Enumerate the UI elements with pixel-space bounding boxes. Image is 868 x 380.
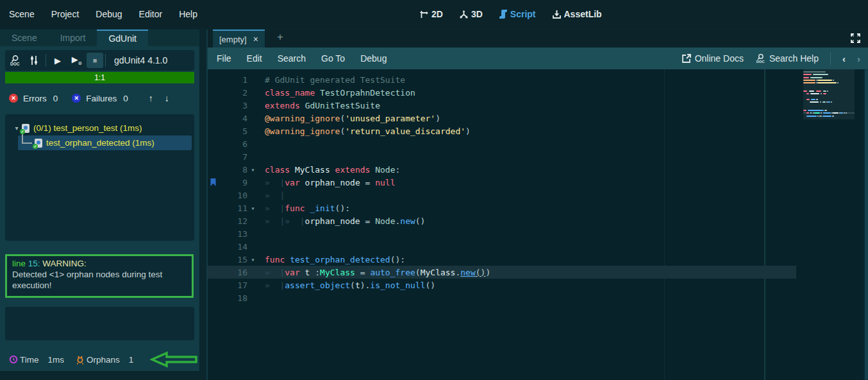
add-tab-button[interactable]: + — [277, 31, 283, 44]
doc-search-button[interactable]: DOC — [5, 51, 24, 69]
history-forward-button[interactable]: › — [857, 53, 860, 64]
doc-search-icon: DOC — [9, 55, 21, 66]
script-tab-bar: [empty] × + — [208, 30, 868, 48]
code-line[interactable]: 16»|var t :MyClass = auto_free(MyClass.n… — [208, 266, 796, 279]
code-line[interactable]: 17»|assert_object(t).is_not_null() — [208, 279, 796, 291]
indent-marker: »| — [265, 216, 285, 226]
line-number: 14 — [218, 242, 247, 252]
warning-line-label: line — [12, 259, 26, 268]
script-tab-empty[interactable]: [empty] × — [213, 30, 265, 48]
settings-sliders-button[interactable] — [24, 51, 44, 69]
code-text: @warning_ignore('return_value_discarded'… — [265, 126, 471, 136]
line-number: 11 — [218, 203, 247, 213]
code-text: »|»|orphan_node = Node.new() — [265, 216, 425, 226]
online-docs-label: Online Docs — [695, 53, 744, 64]
script-menu-search[interactable]: Search — [278, 53, 306, 64]
menu-debug[interactable]: Debug — [96, 9, 122, 19]
menu-editor[interactable]: Editor — [139, 9, 163, 19]
fold-arrow-icon[interactable]: ▾ — [247, 256, 258, 263]
fold-arrow-icon[interactable]: ▾ — [247, 166, 258, 173]
code-line[interactable]: 4@warning_ignore('unused_parameter') — [208, 112, 796, 125]
minimap[interactable] — [803, 69, 855, 380]
mode-assetlib-button[interactable]: AssetLib — [553, 9, 602, 19]
next-failure-button[interactable]: ↓ — [165, 93, 169, 103]
line-number: 3 — [218, 101, 247, 110]
menu-project[interactable]: Project — [51, 9, 79, 19]
warning-report-box[interactable]: line 15: WARNING: Detected <1> orphan no… — [5, 254, 194, 298]
dock-tab-scene[interactable]: Scene — [0, 30, 49, 46]
script-icon — [499, 10, 507, 19]
dock-tab-import[interactable]: Import — [49, 30, 97, 46]
failures-count: 0 — [123, 94, 128, 103]
test-suite-row[interactable]: ▾ ✓ (0/1) test_person_test (1ms) — [5, 121, 194, 135]
toolbar-separator — [105, 54, 106, 67]
script-menu-debug[interactable]: Debug — [360, 53, 387, 64]
test-script-icon: ✓ — [35, 139, 42, 148]
close-icon[interactable]: × — [253, 34, 258, 44]
line-number: 5 — [218, 126, 247, 136]
code-text: »| — [265, 191, 285, 200]
svg-text:DOC: DOC — [10, 62, 20, 66]
prev-failure-button[interactable]: ↑ — [149, 93, 153, 103]
fold-arrow-icon[interactable]: ▾ — [247, 205, 258, 212]
line-number: 4 — [218, 114, 247, 123]
code-line[interactable]: 15▾func test_orphan_detected(): — [208, 253, 796, 266]
mode-3d-button[interactable]: 3D — [460, 9, 483, 19]
code-line[interactable]: 10»| — [208, 189, 796, 202]
svg-text:DOC: DOC — [756, 60, 765, 64]
menu-help[interactable]: Help — [179, 9, 197, 19]
failures-icon: ✕ — [72, 94, 81, 103]
code-line[interactable]: 2class_name TestOrpahnDetection — [208, 86, 796, 99]
expand-fullscreen-button[interactable] — [851, 33, 860, 46]
debug-tests-button[interactable]: ▶⚙ — [67, 51, 87, 69]
code-text: class MyClass extends Node: — [265, 165, 400, 175]
code-view[interactable]: 1# GdUnit generated TestSuite2class_name… — [208, 69, 868, 380]
script-menu-goto[interactable]: Go To — [321, 53, 345, 64]
orphans-value: 1 — [129, 355, 134, 365]
code-line[interactable]: 9»|var orphan_node = null — [208, 176, 796, 189]
search-help-button[interactable]: DOC Search Help — [755, 53, 819, 64]
menu-scene[interactable]: Scene — [9, 9, 35, 19]
mode-script-button[interactable]: Script — [499, 9, 536, 19]
gdunit-toolbar: DOC ▶ ▶⚙ ■ gdUnit4 4.1.0 — [5, 50, 194, 71]
dock-tab-gdunit[interactable]: GdUnit — [97, 30, 148, 46]
code-text: »|func _init(): — [265, 203, 350, 213]
code-text: »|assert_object(t).is_not_null() — [265, 281, 435, 290]
play-debug-icon: ▶⚙ — [72, 55, 82, 66]
code-line[interactable]: 14 — [208, 240, 796, 253]
stop-button[interactable]: ■ — [87, 53, 103, 68]
code-line[interactable]: 11▾»|func _init(): — [208, 202, 796, 214]
script-menu-edit[interactable]: Edit — [247, 53, 262, 64]
gdunit-version-label: gdUnit4 4.1.0 — [114, 55, 167, 65]
script-menu-file[interactable]: File — [217, 53, 231, 64]
indent-marker: »| — [265, 268, 285, 277]
3d-icon — [460, 10, 468, 19]
assetlib-icon — [553, 10, 561, 19]
run-tests-button[interactable]: ▶ — [48, 51, 67, 69]
main-menus: Scene Project Debug Editor Help — [9, 0, 197, 28]
code-line[interactable]: 6 — [208, 137, 796, 150]
test-case-row-selected[interactable]: ✓ test_orphan_detected (1ms) — [18, 135, 192, 150]
stop-icon: ■ — [93, 56, 97, 64]
mode-2d-button[interactable]: 2D — [420, 9, 443, 19]
code-line[interactable]: 13 — [208, 227, 796, 240]
code-line[interactable]: 5@warning_ignore('return_value_discarded… — [208, 125, 796, 137]
line-number: 7 — [218, 152, 247, 162]
code-text: func test_orphan_detected(): — [265, 255, 405, 264]
code-lines[interactable]: 1# GdUnit generated TestSuite2class_name… — [208, 73, 796, 304]
orphans-icon — [76, 355, 85, 365]
progress-label: 1:1 — [94, 73, 105, 82]
line-number: 13 — [218, 229, 247, 239]
code-line[interactable]: 3extends GdUnitTestSuite — [208, 99, 796, 112]
play-icon: ▶ — [54, 56, 61, 65]
code-line[interactable]: 1# GdUnit generated TestSuite — [208, 73, 796, 86]
code-line[interactable]: 12»|»|orphan_node = Node.new() — [208, 214, 796, 227]
code-line[interactable]: 8▾class MyClass extends Node: — [208, 163, 796, 176]
time-value: 1ms — [48, 355, 65, 365]
code-text: »|var t :MyClass = auto_free(MyClass.new… — [265, 268, 490, 277]
history-back-button[interactable]: ‹ — [842, 53, 846, 64]
code-line[interactable]: 7 — [208, 150, 796, 163]
online-docs-button[interactable]: Online Docs — [682, 53, 744, 64]
vertical-scrollbar[interactable] — [864, 69, 868, 380]
code-line[interactable]: 18 — [208, 291, 796, 304]
